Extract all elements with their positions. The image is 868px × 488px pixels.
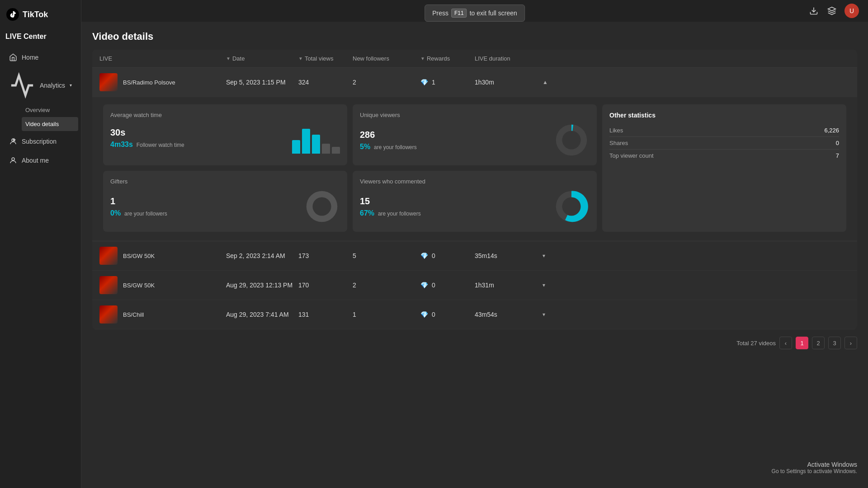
analytics-icon xyxy=(9,72,35,99)
video-cell: BS/GW 50K xyxy=(99,247,226,265)
home-label: Home xyxy=(22,54,38,61)
analytics-label: Analytics xyxy=(40,82,65,89)
tiktok-logo: TikTok xyxy=(5,7,48,22)
svg-point-0 xyxy=(6,8,19,21)
row-rewards: 💎 0 xyxy=(420,282,475,289)
video-cell: BS/Chill xyxy=(99,305,226,324)
table-row[interactable]: BS/Chill Aug 29, 2023 7:41 AM 131 1 💎 0 … xyxy=(92,300,857,329)
row-date: Sep 5, 2023 1:15 PM xyxy=(226,79,298,86)
about-icon xyxy=(9,156,17,164)
topbar: Press F11 to exit full screen U xyxy=(81,0,868,22)
page-title: Video details xyxy=(92,31,857,42)
sidebar-item-analytics[interactable]: Analytics ▾ xyxy=(3,68,78,103)
table-row[interactable]: BS/Radimo Polsove Sep 5, 2023 1:15 PM 32… xyxy=(92,68,857,97)
sidebar-item-overview[interactable]: Overview xyxy=(22,103,78,117)
viewers-commented-percent-label: are your followers xyxy=(378,211,421,217)
next-page-button[interactable]: › xyxy=(844,337,857,349)
avatar[interactable]: U xyxy=(844,4,859,18)
col-live: LIVE xyxy=(99,55,226,62)
sort-views-icon: ▼ xyxy=(298,56,303,61)
row-rewards: 💎 0 xyxy=(420,252,475,259)
subscription-icon xyxy=(9,137,17,145)
subscription-label: Subscription xyxy=(22,138,57,145)
col-live-duration: LIVE duration xyxy=(475,55,542,62)
page-2-button[interactable]: 2 xyxy=(812,337,825,349)
total-label: Total 27 videos xyxy=(736,340,776,347)
sidebar-item-subscription[interactable]: Subscription xyxy=(3,133,78,150)
live-center-label: LIVE Center xyxy=(0,29,81,48)
sidebar-item-about-me[interactable]: About me xyxy=(3,152,78,169)
row-date: Aug 29, 2023 12:13 PM xyxy=(226,282,298,289)
video-cell: BS/GW 50K xyxy=(99,276,226,294)
col-expand xyxy=(542,55,556,62)
reward-icon: 💎 xyxy=(420,79,428,86)
page-1-button[interactable]: 1 xyxy=(796,337,808,349)
svg-point-2 xyxy=(12,158,14,160)
svg-point-8 xyxy=(312,197,331,216)
row-total-views: 131 xyxy=(298,311,353,318)
chevron-down-icon: ▾ xyxy=(70,83,72,88)
expand-button[interactable]: ▲ xyxy=(542,79,556,85)
logo-area: TikTok xyxy=(0,0,81,29)
svg-point-10 xyxy=(562,197,580,216)
video-title: BS/Radimo Polsove xyxy=(123,79,175,86)
row-new-followers: 2 xyxy=(353,79,420,86)
expand-button[interactable]: ▾ xyxy=(542,311,556,318)
bar-4 xyxy=(322,144,330,154)
reward-icon: 💎 xyxy=(420,311,428,318)
content-area[interactable]: LIVE ▼ Date ▼ Total views New followers … xyxy=(81,50,868,488)
analytics-children: Overview Video details xyxy=(3,103,78,131)
gifters-percent: 0% xyxy=(110,209,121,217)
svg-marker-4 xyxy=(828,7,836,11)
gifters-percent-label: are your followers xyxy=(124,211,167,217)
signal-icon[interactable] xyxy=(826,5,837,16)
row-new-followers: 2 xyxy=(353,282,420,289)
gifters-card: Gifters 1 0% are your followers xyxy=(103,171,347,232)
row-duration: 1h30m xyxy=(475,79,542,86)
windows-subtitle: Go to Settings to activate Windows. xyxy=(772,468,857,474)
gifters-value: 1 xyxy=(110,196,304,206)
row-duration: 43m54s xyxy=(475,311,542,318)
bar-1 xyxy=(292,140,300,154)
table-row[interactable]: BS/GW 50K Sep 2, 2023 2:14 AM 173 5 💎 0 … xyxy=(92,241,857,271)
row-total-views: 324 xyxy=(298,79,353,86)
unique-viewers-value: 286 xyxy=(360,130,553,140)
col-rewards: ▼ Rewards xyxy=(420,55,475,62)
row-new-followers: 1 xyxy=(353,311,420,318)
windows-title: Activate Windows xyxy=(772,461,857,468)
main-content: Press F11 to exit full screen U Video de… xyxy=(81,0,868,488)
col-new-followers: New followers xyxy=(353,55,420,62)
viewers-commented-percent: 67% xyxy=(360,209,374,217)
follower-watch-time: 4m33s xyxy=(110,141,133,148)
col-total-views: ▼ Total views xyxy=(298,55,353,62)
f11-prefix: Press xyxy=(432,9,448,17)
unique-viewers-title: Unique viewers xyxy=(360,112,590,118)
row-date: Aug 29, 2023 7:41 AM xyxy=(226,311,298,318)
table-header: LIVE ▼ Date ▼ Total views New followers … xyxy=(92,50,857,68)
page-3-button[interactable]: 3 xyxy=(828,337,841,349)
prev-page-button[interactable]: ‹ xyxy=(779,337,792,349)
expand-button[interactable]: ▾ xyxy=(542,282,556,288)
video-title: BS/Chill xyxy=(123,311,144,318)
sidebar-item-video-details[interactable]: Video details xyxy=(22,117,78,131)
row-new-followers: 5 xyxy=(353,252,420,259)
viewers-commented-card: Viewers who commented 15 67% are your fo… xyxy=(353,171,597,232)
video-cell: BS/Radimo Polsove xyxy=(99,73,226,91)
gifters-title: Gifters xyxy=(110,178,340,185)
reward-icon: 💎 xyxy=(420,252,428,259)
row-total-views: 173 xyxy=(298,252,353,259)
viewers-commented-pie xyxy=(553,188,590,225)
sort-rewards-icon: ▼ xyxy=(420,56,425,61)
unique-viewers-card: Unique viewers 286 5% are your followers xyxy=(353,104,597,165)
expand-button[interactable]: ▾ xyxy=(542,253,556,259)
download-icon[interactable] xyxy=(808,5,819,16)
sidebar-item-home[interactable]: Home xyxy=(3,49,78,66)
sidebar: TikTok LIVE Center Home Analytics ▾ Over… xyxy=(0,0,81,488)
table-row[interactable]: BS/GW 50K Aug 29, 2023 12:13 PM 170 2 💎 … xyxy=(92,271,857,300)
video-title: BS/GW 50K xyxy=(123,282,155,289)
row-duration: 35m14s xyxy=(475,252,542,259)
watch-time-bar-chart xyxy=(292,122,340,154)
unique-viewers-percent: 5% xyxy=(360,143,370,150)
row-rewards: 💎 0 xyxy=(420,311,475,318)
home-icon xyxy=(9,53,17,61)
